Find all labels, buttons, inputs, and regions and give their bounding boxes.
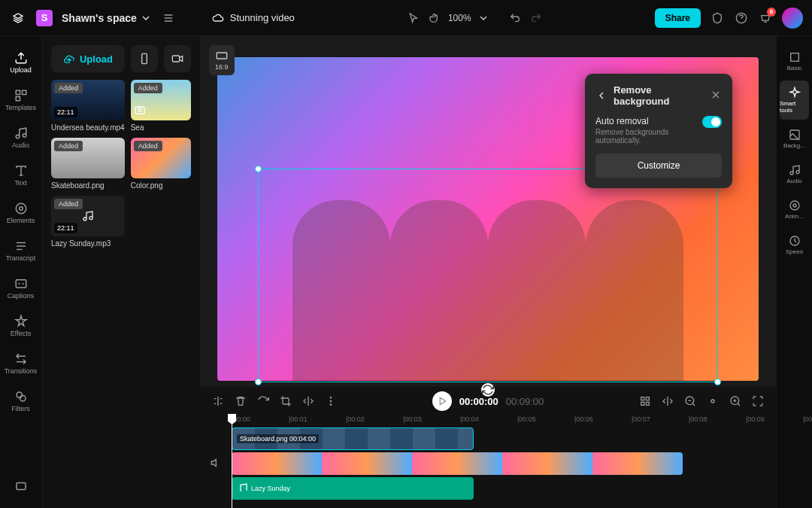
sidebar-item-filters[interactable]: Filters bbox=[0, 384, 41, 418]
rightnav-audio[interactable]: Audio bbox=[777, 158, 812, 190]
clip-skateboard[interactable]: Skateboard.png 00:04:00 bbox=[232, 427, 474, 450]
share-button[interactable]: Share bbox=[655, 8, 701, 28]
canvas-area: 16:9 bbox=[200, 36, 776, 508]
ratio-icon bbox=[216, 50, 228, 62]
phone-button[interactable] bbox=[131, 45, 158, 72]
hand-icon[interactable] bbox=[427, 11, 442, 26]
crop-icon[interactable] bbox=[280, 395, 292, 407]
sidebar-item-captions[interactable]: Captions bbox=[0, 271, 41, 306]
ruler-tick: |00:05 bbox=[517, 415, 536, 423]
image-track[interactable] bbox=[232, 452, 776, 475]
rightnav-smart-tools[interactable]: Smart tools bbox=[780, 81, 809, 120]
audio-track[interactable]: Lazy Sunday bbox=[232, 477, 776, 500]
svg-point-15 bbox=[330, 400, 331, 401]
svg-point-8 bbox=[20, 396, 26, 402]
resize-handle-tl[interactable] bbox=[255, 166, 262, 172]
rightnav-basic[interactable]: Basic bbox=[777, 45, 812, 78]
auto-removal-toggle[interactable] bbox=[702, 116, 722, 128]
fit-icon[interactable] bbox=[752, 395, 764, 407]
popup-title: Remove background bbox=[614, 84, 704, 107]
duration-badge: 22:11 bbox=[54, 223, 77, 233]
redo-icon[interactable] bbox=[529, 11, 544, 26]
align-icon[interactable] bbox=[662, 395, 674, 407]
zoom-out-icon[interactable] bbox=[684, 395, 696, 407]
shield-icon[interactable] bbox=[710, 11, 725, 26]
media-thumbnail[interactable]: Added bbox=[131, 138, 191, 178]
media-thumbnail[interactable]: Added bbox=[51, 138, 125, 178]
clip-audio[interactable]: Lazy Sunday bbox=[232, 477, 474, 500]
ruler-tick: |00:09 bbox=[746, 415, 765, 423]
sidebar-label: Audio bbox=[12, 141, 29, 149]
added-badge: Added bbox=[134, 141, 162, 151]
sidebar-item-transitions[interactable]: Transitions bbox=[0, 346, 41, 381]
media-item[interactable]: AddedColor.png bbox=[131, 138, 191, 190]
resize-handle-br[interactable] bbox=[714, 379, 721, 385]
svg-rect-1 bbox=[16, 90, 20, 94]
undo-icon[interactable] bbox=[508, 11, 523, 26]
chevron-left-icon[interactable] bbox=[595, 90, 607, 102]
sidebar-item-settings[interactable] bbox=[0, 473, 41, 499]
sidebar-item-audio[interactable]: Audio bbox=[0, 120, 41, 155]
sidebar-item-transcript[interactable]: Transcript bbox=[0, 233, 41, 268]
list-icon[interactable] bbox=[161, 11, 176, 26]
delete-icon[interactable] bbox=[235, 395, 247, 407]
media-thumbnail[interactable]: Added22:11 bbox=[51, 196, 125, 236]
rotate-icon[interactable] bbox=[257, 395, 269, 407]
rightnav-background[interactable]: Backg... bbox=[777, 123, 812, 155]
avatar[interactable] bbox=[782, 8, 803, 29]
notifications-icon[interactable]: 8 bbox=[758, 11, 773, 26]
sidebar-item-elements[interactable]: Elements bbox=[0, 196, 41, 230]
rotate-handle[interactable] bbox=[481, 383, 495, 397]
help-icon[interactable] bbox=[734, 11, 749, 26]
rightnav-speed[interactable]: Speed bbox=[777, 229, 812, 261]
mirror-icon[interactable] bbox=[302, 395, 314, 407]
playhead[interactable] bbox=[232, 415, 232, 508]
remove-background-panel: Remove background Auto removal Remove ba… bbox=[585, 74, 732, 188]
mute-icon[interactable] bbox=[211, 457, 223, 471]
project-name[interactable]: Stunning video bbox=[212, 12, 295, 24]
sidebar-item-templates[interactable]: Templates bbox=[0, 83, 41, 117]
selection-box[interactable] bbox=[258, 169, 718, 382]
resize-handle-bl[interactable] bbox=[255, 379, 262, 385]
magnet-icon[interactable] bbox=[639, 395, 651, 407]
added-badge: Added bbox=[54, 199, 83, 209]
zoom-in-icon[interactable] bbox=[729, 395, 741, 407]
workspace-badge[interactable]: S bbox=[36, 10, 53, 26]
topbar: S Shawn's space Stunning video 100% Shar… bbox=[0, 0, 812, 36]
media-item[interactable]: AddedSkateboard.png bbox=[51, 138, 125, 190]
chevron-down-icon[interactable] bbox=[477, 12, 489, 24]
camera-button[interactable] bbox=[164, 45, 191, 72]
zoom-level[interactable]: 100% bbox=[448, 13, 471, 23]
project-name-label: Stunning video bbox=[230, 12, 295, 23]
clip-image[interactable] bbox=[232, 452, 683, 475]
zoom-slider[interactable] bbox=[707, 395, 719, 407]
added-badge: Added bbox=[134, 83, 162, 93]
workspace-dropdown[interactable]: Shawn's space bbox=[62, 12, 152, 24]
media-thumbnail[interactable]: Added22:11 bbox=[51, 80, 125, 120]
media-item[interactable]: Added22:11Undersea beauty.mp4 bbox=[51, 80, 125, 132]
media-label: Color.png bbox=[131, 181, 191, 190]
aspect-ratio-button[interactable]: 16:9 bbox=[209, 45, 235, 75]
customize-button[interactable]: Customize bbox=[595, 154, 722, 178]
svg-point-5 bbox=[16, 203, 26, 214]
clip-label: Lazy Sunday bbox=[251, 485, 290, 492]
sidebar-item-effects[interactable]: Effects bbox=[0, 309, 41, 343]
split-icon[interactable] bbox=[212, 395, 224, 407]
media-item[interactable]: AddedSea bbox=[131, 80, 191, 132]
timeline-ruler[interactable]: |00:00|00:01|00:02|00:03|00:04|00:05|00:… bbox=[232, 415, 776, 427]
music-note-icon bbox=[236, 482, 248, 494]
media-item[interactable]: Added22:11Lazy Sunday.mp3 bbox=[51, 196, 125, 248]
app-logo-icon[interactable] bbox=[9, 9, 27, 27]
sidebar-item-text[interactable]: Text bbox=[0, 158, 41, 193]
upload-button[interactable]: Upload bbox=[51, 45, 125, 72]
more-icon[interactable] bbox=[325, 395, 337, 407]
close-icon[interactable] bbox=[710, 89, 722, 103]
sidebar-item-upload[interactable]: Upload bbox=[0, 45, 41, 80]
play-button[interactable] bbox=[432, 391, 452, 411]
cursor-icon[interactable] bbox=[406, 11, 421, 26]
video-track[interactable]: Skateboard.png 00:04:00 bbox=[232, 427, 776, 450]
added-badge: Added bbox=[54, 83, 83, 93]
rightnav-animation[interactable]: Anim... bbox=[777, 193, 812, 226]
sidebar-label: Upload bbox=[10, 66, 32, 74]
media-thumbnail[interactable]: Added bbox=[131, 80, 191, 120]
